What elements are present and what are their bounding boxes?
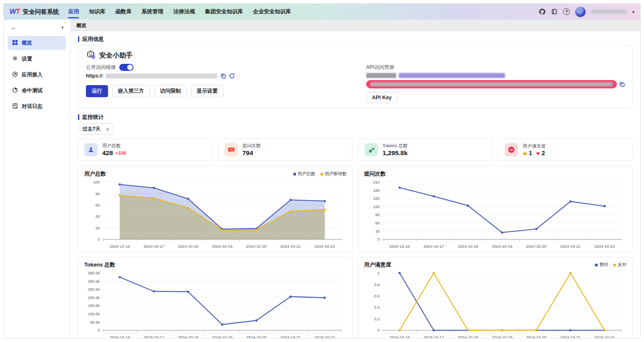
nav-item-knowledge-base[interactable]: 知识库 (89, 4, 105, 20)
page-title: 概览 (76, 22, 86, 29)
github-icon[interactable] (539, 8, 546, 15)
logo-t: T (16, 8, 20, 15)
chart-legend: 赞同 反对 (595, 262, 626, 268)
app-info-section-title: 应用信息 (78, 35, 633, 43)
brand-title[interactable]: 安全问答系统 (23, 8, 59, 16)
display-settings-button[interactable]: 显示设置 (191, 85, 224, 97)
user-menu-caret-icon[interactable]: ▾ (632, 10, 634, 14)
stat-card-questions: 提问次数 794 (218, 138, 352, 161)
help-glyph: ? (563, 8, 570, 15)
app-info-title-text: 应用信息 (82, 35, 104, 43)
svg-text:2024-10-22: 2024-10-22 (314, 335, 335, 339)
svg-text:2024-10-22: 2024-10-22 (314, 244, 335, 249)
sidebar-item-label: 概览 (22, 40, 32, 47)
copy-link-icon[interactable] (220, 73, 226, 79)
svg-text:40: 40 (96, 214, 100, 219)
copy-api-key-icon[interactable] (619, 81, 625, 87)
legend-item-total-users[interactable]: 用户总数 (293, 171, 315, 177)
docs-icon[interactable] (551, 8, 558, 15)
svg-text:2024-10-20: 2024-10-20 (246, 244, 267, 249)
embed-third-party-button[interactable]: 嵌入第三方 (112, 85, 150, 97)
svg-text:2024-10-18: 2024-10-18 (178, 335, 198, 339)
legend-item-downvote[interactable]: 反对 (613, 262, 626, 268)
sidebar-item-app-access[interactable]: 应用接入 (8, 68, 66, 82)
help-icon[interactable]: ? (563, 8, 570, 15)
stat-label: 提问次数 (242, 143, 261, 149)
svg-text:120: 120 (373, 204, 380, 209)
svg-text:60: 60 (375, 221, 380, 225)
nav-item-group-security-kb[interactable]: 集团安全知识库 (205, 4, 243, 20)
api-key-button[interactable]: API Key (366, 92, 397, 103)
svg-text:0.6: 0.6 (374, 294, 380, 298)
svg-text:2024-10-19: 2024-10-19 (212, 244, 232, 249)
public-link-toggle[interactable] (119, 64, 133, 71)
svg-text:2024-10-21: 2024-10-21 (280, 335, 301, 339)
svg-text:50.0k: 50.0k (90, 320, 100, 324)
nav-item-function-library[interactable]: 函数库 (115, 4, 131, 20)
svg-text:2024-10-18: 2024-10-18 (458, 244, 478, 249)
chart-legend: 用户总数 用户新增数 (293, 171, 347, 177)
chart-card-total-users: 用户总数 用户总数 用户新增数 0204060801002024-10-1620… (78, 166, 353, 252)
nav-item-apps[interactable]: 应用 (68, 4, 79, 20)
satisfaction-chart: 00.20.40.60.812024-10-162024-10-172024-1… (364, 270, 626, 339)
user-name-redacted (591, 10, 627, 14)
brand-logo[interactable]: WT (10, 8, 20, 16)
sidebar-item-chat-log[interactable]: 对话日志 (8, 99, 66, 113)
nav-item-enterprise-security-kb[interactable]: 企业安全知识库 (253, 4, 291, 20)
svg-text:2024-10-17: 2024-10-17 (423, 335, 444, 339)
legend-item-upvote[interactable]: 赞同 (595, 262, 608, 268)
svg-text:150.0k: 150.0k (88, 303, 100, 308)
thumbs-up-icon (523, 151, 528, 156)
stat-label: Tokens 总数 (382, 143, 408, 149)
svg-text:100.0k: 100.0k (88, 312, 100, 316)
user-avatar[interactable] (575, 7, 586, 17)
tokens-chart: 050.0k100.0k150.0k200.0k250.0k300.0k350.… (84, 270, 347, 339)
svg-text:2024-10-21: 2024-10-21 (560, 335, 581, 339)
svg-text:0.4: 0.4 (374, 305, 380, 309)
svg-text:200.0k: 200.0k (88, 295, 100, 300)
nav-item-system-management[interactable]: 系统管理 (141, 4, 163, 20)
access-restriction-button[interactable]: 访问限制 (154, 85, 187, 97)
svg-text:2024-10-22: 2024-10-22 (594, 244, 615, 249)
settings-gear-icon (12, 55, 18, 63)
total-users-chart: 0204060801002024-10-162024-10-172024-10-… (84, 179, 347, 250)
run-button[interactable]: 运行 (86, 85, 108, 97)
top-navbar: WT 安全问答系统 应用 知识库 函数库 系统管理 法律法规 集团安全知识库 企… (4, 4, 640, 20)
overview-grid-icon (12, 40, 18, 47)
chevron-down-icon: ∨ (106, 127, 109, 131)
sidebar-nav: 概览 设置 应用接入 (4, 36, 70, 113)
svg-text:100: 100 (93, 180, 100, 184)
svg-text:80: 80 (96, 191, 100, 196)
sidebar-dropdown-caret-icon[interactable]: ▾ (61, 25, 63, 30)
legend-item-new-users[interactable]: 用户新增数 (320, 171, 347, 177)
sidebar-item-label: 设置 (22, 55, 32, 63)
svg-text:0.8: 0.8 (374, 282, 380, 287)
time-range-select[interactable]: 过去7天 ∨ (78, 123, 113, 135)
sidebar-item-hit-test[interactable]: 命中测试 (8, 83, 66, 98)
back-arrow-icon[interactable]: ← (10, 24, 17, 31)
svg-text:60: 60 (96, 203, 100, 207)
nav-item-laws-regulations[interactable]: 法律法规 (173, 4, 195, 20)
api-redacted-highlight (399, 73, 505, 78)
refresh-link-icon[interactable] (229, 73, 235, 79)
api-credentials-label: API访问凭据 (366, 64, 394, 71)
stat-card-satisfaction: 用户满意度 1 2 (498, 138, 633, 161)
svg-text:2024-10-21: 2024-10-21 (560, 244, 581, 249)
stat-card-total-users: 用户总数 428+338 (78, 138, 212, 161)
app-access-icon (12, 71, 18, 78)
key-icon (365, 143, 378, 156)
app-name: 安全小助手 (99, 51, 133, 60)
svg-text:180: 180 (373, 188, 380, 193)
stat-value: 1,295.8k (382, 149, 408, 157)
sidebar-item-overview[interactable]: 概览 (8, 36, 66, 50)
svg-text:0: 0 (98, 328, 100, 332)
svg-text:2024-10-19: 2024-10-19 (492, 244, 512, 249)
sidebar-item-settings[interactable]: 设置 (8, 52, 66, 66)
svg-text:210: 210 (373, 180, 380, 184)
sidebar-item-label: 对话日志 (22, 103, 43, 110)
svg-text:30: 30 (375, 229, 380, 234)
svg-text:2024-10-17: 2024-10-17 (143, 335, 164, 339)
svg-text:2024-10-16: 2024-10-16 (110, 244, 130, 249)
api-credential-line1 (366, 72, 625, 78)
svg-text:2024-10-18: 2024-10-18 (458, 335, 478, 339)
